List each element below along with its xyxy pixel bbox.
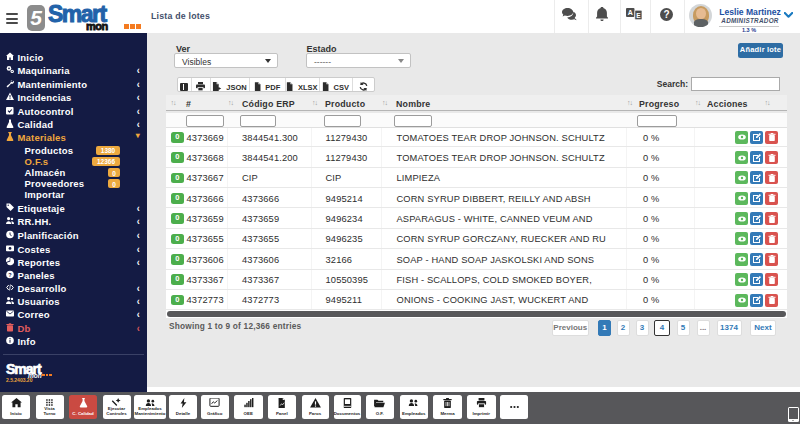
svg-text:A: A (628, 9, 633, 16)
svg-text:E: E (636, 12, 641, 19)
svg-text:?: ? (8, 272, 12, 278)
